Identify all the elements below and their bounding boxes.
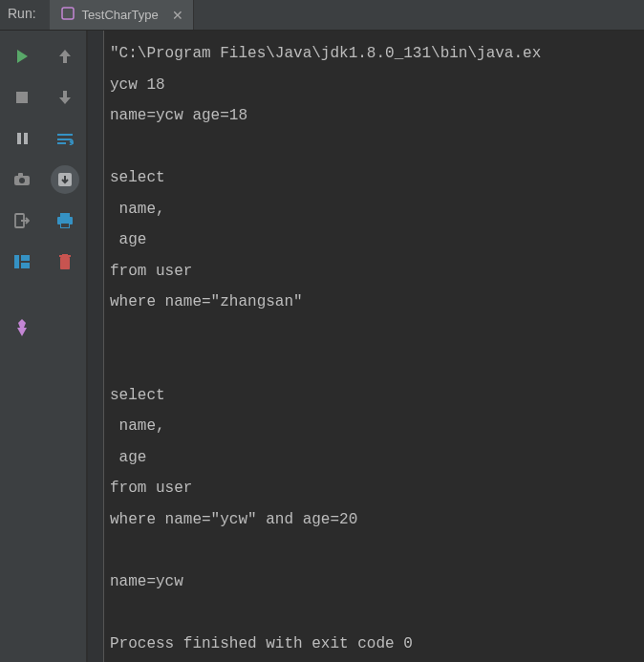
class-file-icon bbox=[61, 7, 75, 23]
svg-rect-17 bbox=[60, 257, 70, 269]
toolbar-col-left bbox=[0, 31, 43, 662]
scroll-up-button[interactable] bbox=[51, 42, 79, 71]
svg-rect-9 bbox=[14, 255, 19, 268]
run-label: Run: bbox=[0, 0, 50, 30]
scroll-to-end-button[interactable] bbox=[51, 165, 79, 194]
toolbar-gutter bbox=[0, 31, 88, 662]
print-button[interactable] bbox=[51, 206, 79, 235]
svg-marker-1 bbox=[17, 50, 28, 63]
console-output[interactable]: "C:\Program Files\Java\jdk1.8.0_131\bin\… bbox=[104, 31, 644, 662]
close-icon[interactable]: ✕ bbox=[172, 8, 183, 23]
soft-wrap-button[interactable] bbox=[51, 124, 79, 153]
run-button[interactable] bbox=[8, 42, 36, 71]
clear-button[interactable] bbox=[51, 247, 79, 276]
svg-rect-6 bbox=[18, 173, 23, 177]
svg-rect-11 bbox=[21, 263, 30, 268]
console-gutter bbox=[88, 31, 104, 662]
toolbar-col-right bbox=[43, 31, 86, 662]
scroll-down-button[interactable] bbox=[51, 83, 79, 112]
layout-button[interactable] bbox=[8, 247, 36, 276]
svg-rect-4 bbox=[24, 133, 28, 144]
svg-point-7 bbox=[19, 178, 25, 183]
svg-rect-0 bbox=[62, 8, 74, 19]
stop-button[interactable] bbox=[8, 83, 36, 112]
svg-rect-19 bbox=[62, 254, 68, 256]
pin-button[interactable] bbox=[8, 313, 36, 342]
run-tool-header: Run: TestCharType ✕ bbox=[0, 0, 644, 31]
svg-rect-10 bbox=[21, 255, 30, 261]
pause-button[interactable] bbox=[8, 124, 36, 153]
svg-rect-16 bbox=[61, 224, 69, 227]
tab-label: TestCharType bbox=[82, 8, 159, 22]
run-tool-body: "C:\Program Files\Java\jdk1.8.0_131\bin\… bbox=[0, 31, 644, 662]
tab-testchartype[interactable]: TestCharType ✕ bbox=[50, 0, 194, 30]
exit-button[interactable] bbox=[8, 206, 36, 235]
console-area: "C:\Program Files\Java\jdk1.8.0_131\bin\… bbox=[88, 31, 644, 662]
svg-rect-13 bbox=[60, 213, 70, 217]
camera-button[interactable] bbox=[8, 165, 36, 194]
svg-rect-3 bbox=[17, 133, 21, 144]
svg-rect-2 bbox=[16, 92, 28, 103]
